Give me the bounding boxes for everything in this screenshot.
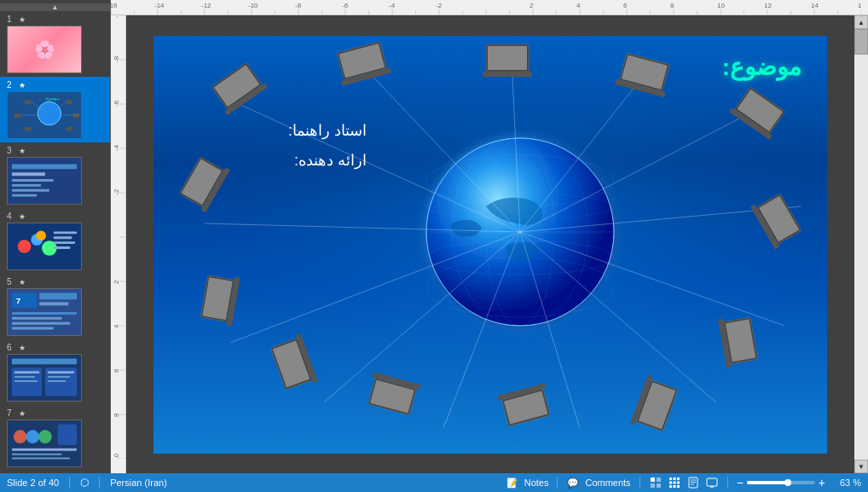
slide-preview-2: موضوع: — [7, 91, 82, 139]
svg-rect-127 — [651, 483, 655, 488]
svg-rect-20 — [12, 194, 37, 197]
slide-panel: ▲ 1 ★ 🌸 2 ★ — [0, 0, 111, 473]
slide-num-3: 3 — [7, 146, 17, 155]
slide-thumb-1[interactable]: 1 ★ 🌸 — [0, 11, 110, 77]
svg-rect-53 — [12, 449, 77, 451]
svg-rect-19 — [12, 189, 49, 192]
svg-rect-136 — [673, 485, 675, 488]
svg-rect-26 — [54, 231, 77, 234]
slide-star-6: ★ — [19, 344, 26, 352]
slide-preview-7 — [7, 420, 82, 467]
content-row: موضوع: استاد راهنما: ارائه دهنده: ▲ ▼ — [111, 15, 868, 473]
svg-rect-54 — [12, 454, 62, 455]
zoom-plus-btn[interactable]: + — [819, 477, 825, 489]
status-separator-3 — [557, 477, 558, 489]
comments-icon[interactable]: 💬 — [566, 476, 580, 489]
slide-star-5: ★ — [19, 278, 26, 287]
svg-rect-46 — [14, 380, 38, 382]
slide-preview-5: 7 — [7, 288, 82, 336]
status-separator-5 — [727, 477, 728, 489]
slide-thumb-6[interactable]: 6 ★ — [0, 339, 110, 405]
slide-accessibility-icon: ⬡ — [80, 477, 89, 489]
svg-text:7: 7 — [16, 296, 20, 305]
svg-rect-134 — [677, 482, 680, 484]
svg-rect-29 — [54, 246, 71, 249]
status-separator-2 — [99, 477, 100, 489]
scrollbar-vertical: ▲ ▼ — [854, 15, 868, 473]
svg-rect-142 — [707, 478, 717, 486]
notes-label[interactable]: Notes — [524, 478, 549, 488]
scroll-up-btn[interactable]: ▲ — [854, 15, 868, 29]
slide-num-5: 5 — [7, 277, 17, 287]
zoom-minus-btn[interactable]: − — [737, 477, 744, 489]
svg-rect-44 — [48, 371, 74, 373]
svg-rect-48 — [48, 380, 66, 382]
svg-rect-126 — [657, 478, 661, 482]
app-container: ▲ 1 ★ 🌸 2 ★ — [0, 0, 868, 473]
svg-rect-15 — [12, 164, 77, 169]
zoom-track[interactable] — [747, 481, 815, 484]
slide-star-4: ★ — [19, 212, 26, 221]
zoom-thumb[interactable] — [784, 479, 791, 486]
slide-sorter-btn[interactable] — [668, 476, 681, 489]
scroll-thumb[interactable] — [854, 29, 868, 55]
slide-thumb-3[interactable]: 3 ★ — [0, 142, 110, 208]
svg-rect-18 — [12, 184, 41, 187]
slide-label1[interactable]: استاد راهنما: — [196, 121, 367, 140]
svg-rect-94 — [483, 72, 532, 77]
svg-rect-135 — [669, 485, 672, 488]
slide-label2[interactable]: ارائه دهنده: — [196, 151, 367, 170]
slide-num-2: 2 — [7, 80, 17, 90]
svg-rect-37 — [12, 327, 54, 330]
svg-point-50 — [14, 430, 27, 443]
slide-num-4: 4 — [7, 211, 17, 221]
network-svg — [153, 36, 827, 454]
svg-rect-5 — [14, 113, 21, 118]
slide-thumb-2[interactable]: 2 ★ — [0, 77, 110, 142]
svg-rect-27 — [54, 236, 72, 239]
slide-star-3: ★ — [19, 147, 26, 155]
slide-star-1: ★ — [19, 15, 26, 24]
svg-rect-133 — [673, 482, 675, 484]
panel-scroll-up[interactable]: ▲ — [0, 3, 110, 11]
slide-thumb-5[interactable]: 5 ★ 7 — [0, 274, 110, 339]
svg-rect-8 — [66, 127, 72, 131]
svg-rect-17 — [12, 179, 54, 182]
notes-icon[interactable]: 📝 — [506, 476, 519, 489]
slide-title-text[interactable]: موضوع: — [722, 53, 801, 81]
slide-main: موضوع: استاد راهنما: ارائه دهنده: — [153, 36, 827, 454]
slide-preview-4 — [7, 223, 82, 270]
zoom-bar: − + — [737, 477, 825, 489]
svg-rect-36 — [12, 322, 70, 325]
svg-point-52 — [38, 430, 52, 443]
svg-rect-128 — [657, 483, 661, 488]
slide-preview-6 — [7, 354, 82, 402]
svg-rect-40 — [12, 359, 77, 365]
slide-thumb-8[interactable]: 8 ★ — [0, 471, 110, 473]
slide-thumb-4[interactable]: 4 ★ — [0, 208, 110, 274]
scroll-track[interactable] — [854, 29, 868, 460]
svg-rect-138 — [689, 478, 697, 488]
scroll-down-btn[interactable]: ▼ — [854, 460, 868, 473]
slide-canvas-area[interactable]: موضوع: استاد راهنما: ارائه دهنده: — [126, 15, 854, 473]
svg-rect-137 — [677, 485, 680, 488]
svg-rect-6 — [72, 113, 79, 118]
zoom-percent[interactable]: 63 % — [830, 478, 861, 488]
slide-preview-1: 🌸 — [7, 26, 82, 73]
svg-rect-130 — [673, 478, 675, 480]
normal-view-btn[interactable] — [649, 476, 663, 489]
reading-view-btn[interactable] — [686, 476, 700, 489]
zoom-fill — [747, 481, 788, 484]
comments-label[interactable]: Comments — [585, 478, 630, 488]
svg-point-25 — [36, 230, 46, 240]
slideshow-btn[interactable] — [705, 476, 719, 489]
slide-thumb-7[interactable]: 7 ★ — [0, 405, 110, 471]
svg-rect-7 — [25, 127, 32, 131]
svg-rect-125 — [651, 478, 655, 482]
svg-rect-45 — [14, 376, 35, 378]
svg-point-22 — [18, 240, 32, 253]
language: Persian (Iran) — [110, 478, 167, 488]
status-separator-1 — [69, 477, 70, 489]
svg-rect-129 — [669, 478, 672, 480]
svg-rect-93 — [488, 46, 527, 70]
